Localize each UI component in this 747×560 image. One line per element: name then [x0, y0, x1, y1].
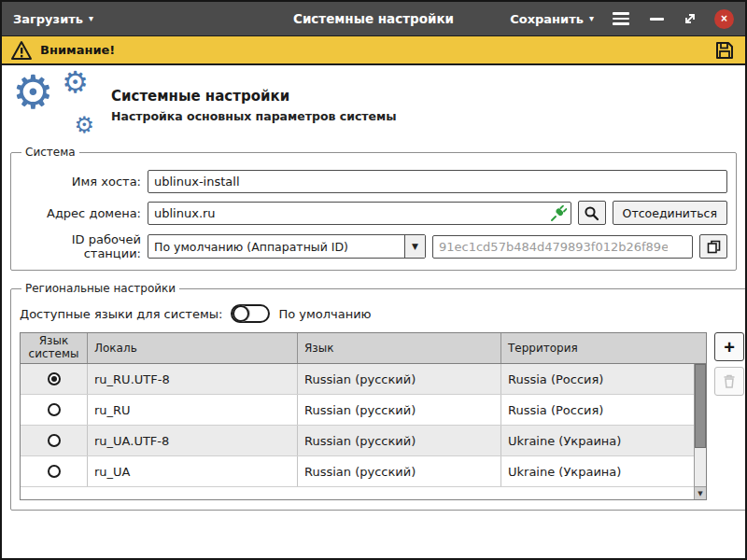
system-language-radio[interactable] [48, 403, 61, 416]
page-header-text: Системные настройки Настройка основных п… [111, 88, 397, 123]
load-menu-label: Загрузить [13, 12, 83, 26]
workstation-id-value-wrap [432, 235, 693, 259]
gear-icon: ⚙ [74, 114, 94, 136]
table-row[interactable]: ru_RU Russian (русский) Russia (Россия) [21, 395, 706, 426]
workstation-id-selected-option: По умолчанию (Аппаратный ID) [148, 240, 404, 254]
territory-cell: Russia (Россия) [501, 364, 706, 394]
titlebar: Загрузить ▾ Системные настройки Сохранит… [2, 2, 745, 35]
domain-input[interactable] [148, 202, 571, 225]
hostname-label: Имя хоста: [20, 175, 141, 189]
maximize-button[interactable] [683, 11, 698, 26]
workstation-id-select[interactable]: По умолчанию (Аппаратный ID) ▼ [148, 234, 426, 259]
domain-input-wrap [148, 202, 571, 225]
chevron-down-icon: ▾ [89, 14, 93, 23]
hostname-input[interactable] [148, 170, 727, 193]
locale-cell: ru_RU.UTF-8 [88, 364, 298, 394]
territory-cell: Ukraine (Украина) [501, 426, 706, 455]
save-menu-label: Сохранить [510, 12, 584, 26]
toggle-caption: По умолчанию [278, 307, 371, 321]
language-cell: Russian (русский) [298, 364, 501, 394]
locales-table-area: Язык системы Локаль Язык Территория ru_R… [20, 332, 744, 500]
titlebar-left: Загрузить ▾ [13, 12, 293, 26]
workstation-id-row: ID рабочей станции: По умолчанию (Аппара… [20, 232, 727, 260]
regional-section: Региональные настройки Доступные языки д… [10, 282, 745, 511]
table-header-row: Язык системы Локаль Язык Территория [21, 333, 706, 364]
domain-label: Адрес домена: [20, 206, 141, 220]
column-header-territory: Территория [501, 333, 706, 363]
language-cell: Russian (русский) [298, 456, 501, 486]
hostname-row: Имя хоста: [20, 170, 727, 193]
language-cell: Russian (русский) [298, 426, 501, 455]
language-cell: Russian (русский) [298, 395, 501, 425]
gear-icon: ⚙ [62, 67, 89, 97]
domain-row: Адрес домена: [20, 201, 727, 225]
minimize-button[interactable] [648, 14, 666, 24]
disconnect-button[interactable]: Отсоединиться [613, 201, 727, 225]
table-body: ru_RU.UTF-8 Russian (русский) Russia (Ро… [21, 364, 706, 499]
page-title: Системные настройки [111, 88, 397, 105]
search-domain-button[interactable] [578, 201, 606, 225]
workstation-id-label: ID рабочей станции: [20, 232, 141, 260]
copy-icon [706, 239, 722, 255]
trash-icon [722, 373, 737, 389]
radio-cell [21, 395, 88, 425]
warning-icon [10, 40, 33, 61]
gears-icon: ⚙ ⚙ ⚙ [12, 77, 96, 134]
main-content: ⚙ ⚙ ⚙ Системные настройки Настройка осно… [2, 65, 745, 558]
minimize-icon [650, 18, 664, 21]
titlebar-right: Сохранить ▾ × [454, 9, 734, 29]
available-languages-label: Доступные языки для системы: [20, 307, 222, 321]
locales-table: Язык системы Локаль Язык Территория ru_R… [20, 332, 707, 500]
save-to-file-button[interactable] [712, 38, 737, 63]
radio-cell [21, 426, 88, 455]
system-section-legend: Система [21, 146, 79, 159]
system-language-radio[interactable] [48, 372, 61, 385]
copy-id-button[interactable] [699, 234, 727, 259]
radio-cell [21, 364, 88, 394]
window-title: Системные настройки [293, 11, 454, 26]
system-language-radio[interactable] [48, 434, 61, 447]
connected-plug-icon [550, 205, 567, 222]
search-icon [584, 205, 599, 221]
vertical-scrollbar[interactable]: ▼ [694, 364, 706, 499]
floppy-disk-icon [714, 40, 735, 61]
locale-cell: ru_UA.UTF-8 [88, 426, 298, 455]
close-button[interactable]: × [714, 9, 734, 29]
toggle-knob [233, 305, 249, 322]
workstation-id-value [432, 235, 693, 259]
system-language-radio[interactable] [48, 465, 61, 478]
radio-cell [21, 456, 88, 486]
chevron-down-icon: ▼ [404, 235, 425, 258]
expand-icon [683, 11, 698, 26]
column-header-locale: Локаль [88, 333, 298, 363]
page-subtitle: Настройка основных параметров системы [111, 109, 397, 123]
delete-locale-button[interactable] [714, 367, 744, 396]
locale-cell: ru_RU [88, 395, 298, 425]
available-languages-toggle[interactable] [231, 304, 270, 323]
column-header-language: Язык [298, 333, 501, 363]
table-row[interactable]: ru_RU.UTF-8 Russian (русский) Russia (Ро… [21, 364, 706, 395]
table-row[interactable]: ru_UA Russian (русский) Ukraine (Украина… [21, 456, 706, 487]
regional-section-legend: Региональные настройки [21, 282, 179, 295]
territory-cell: Ukraine (Украина) [501, 456, 706, 486]
warning-text: Внимание! [40, 43, 115, 57]
table-buttons: + [714, 332, 744, 396]
available-languages-row: Доступные языки для системы: По умолчани… [20, 304, 744, 323]
scrollbar-thumb[interactable] [695, 364, 706, 448]
load-menu-button[interactable]: Загрузить ▾ [13, 12, 93, 26]
table-row[interactable]: ru_UA.UTF-8 Russian (русский) Ukraine (У… [21, 426, 706, 456]
hamburger-icon [613, 12, 629, 15]
territory-cell: Russia (Россия) [501, 395, 706, 425]
save-menu-button[interactable]: Сохранить ▾ [510, 12, 594, 26]
gear-icon: ⚙ [12, 69, 54, 116]
chevron-down-icon: ▾ [589, 14, 594, 23]
table-empty-space [21, 487, 706, 499]
hamburger-menu-button[interactable] [611, 10, 631, 27]
warning-bar: Внимание! [2, 35, 745, 65]
system-settings-window: Загрузить ▾ Системные настройки Сохранит… [0, 0, 747, 560]
scrollbar-down-button[interactable]: ▼ [695, 486, 706, 499]
page-header: ⚙ ⚙ ⚙ Системные настройки Настройка осно… [10, 71, 737, 144]
column-header-system-language: Язык системы [21, 333, 88, 363]
locale-cell: ru_UA [88, 456, 298, 486]
add-locale-button[interactable]: + [714, 332, 744, 361]
